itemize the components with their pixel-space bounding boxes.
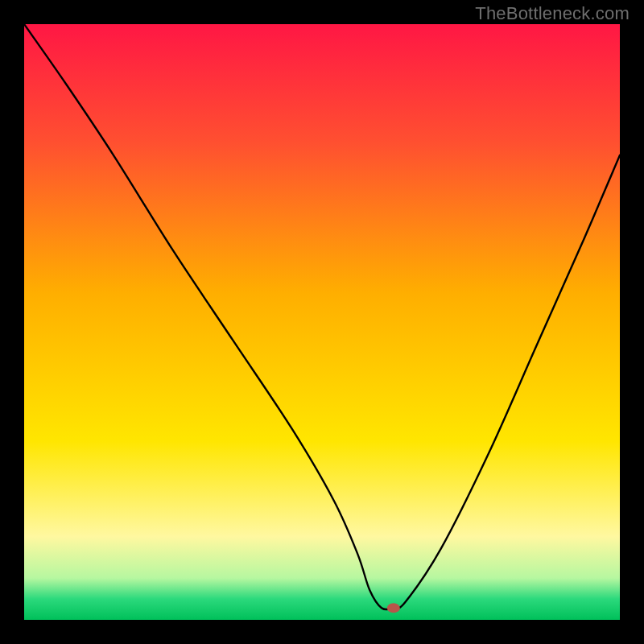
gradient-background [24,24,620,620]
chart-container: TheBottleneck.com [0,0,644,644]
watermark-label: TheBottleneck.com [475,3,630,24]
plot-svg [24,24,620,620]
plot-area [24,24,620,620]
optimal-marker [387,603,400,613]
